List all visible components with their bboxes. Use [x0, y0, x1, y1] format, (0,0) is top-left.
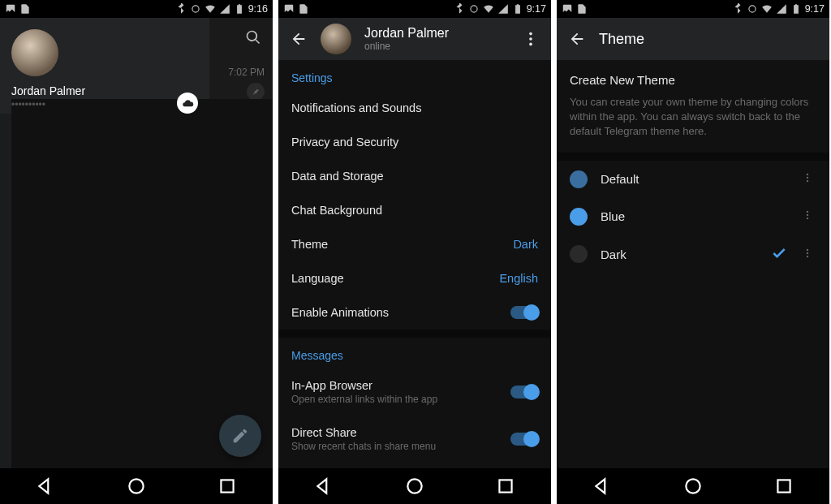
create-theme-button[interactable]: Create New Theme [557, 60, 829, 95]
back-nav-button[interactable] [592, 476, 613, 497]
svg-point-8 [807, 177, 808, 179]
theme-option-label: Default [601, 172, 639, 186]
toggle-switch[interactable] [510, 306, 538, 319]
user-phone-hidden: •••••••••• [11, 99, 273, 468]
svg-point-15 [807, 255, 808, 256]
svg-point-16 [686, 479, 700, 493]
svg-point-12 [807, 218, 808, 219]
image-icon [5, 3, 16, 15]
settings-header: Jordan Palmer online [278, 18, 551, 60]
setting-chat-background[interactable]: Chat Background [278, 193, 551, 227]
svg-point-4 [529, 43, 532, 46]
wifi-icon [483, 3, 494, 15]
bluetooth-icon [454, 3, 465, 15]
back-nav-button[interactable] [35, 476, 56, 497]
header-user-name: Jordan Palmer [364, 26, 509, 41]
theme-more-icon[interactable] [802, 209, 816, 223]
recent-nav-button[interactable] [773, 476, 794, 497]
theme-option-default[interactable]: Default [557, 161, 829, 198]
status-clock: 9:17 [805, 3, 825, 15]
back-nav-button[interactable] [313, 476, 334, 497]
svg-point-14 [807, 252, 808, 253]
back-button[interactable] [568, 30, 586, 48]
bluetooth-icon [175, 3, 187, 15]
setting-theme[interactable]: Theme Dark [278, 227, 551, 261]
signal-icon [497, 3, 509, 15]
pin-icon [247, 83, 265, 101]
navigation-drawer: Jordan Palmer •••••••••• New Group New S… [0, 18, 209, 468]
setting-stickers[interactable]: Stickers 22 [278, 463, 551, 468]
theme-header: Theme [557, 18, 829, 60]
page-title: Theme [599, 31, 644, 48]
android-nav-bar [0, 468, 273, 504]
alarm-icon [190, 3, 201, 15]
status-bar: 9:17 [557, 0, 829, 18]
theme-option-dark[interactable]: Dark [557, 235, 829, 274]
avatar[interactable] [11, 29, 58, 76]
svg-point-10 [807, 211, 808, 213]
status-clock: 9:17 [527, 3, 546, 15]
search-icon[interactable] [245, 29, 261, 45]
svg-point-13 [807, 248, 808, 250]
svg-point-7 [807, 174, 808, 175]
more-options-button[interactable] [522, 30, 540, 48]
back-button[interactable] [290, 30, 308, 48]
android-nav-bar [557, 468, 829, 504]
saved-messages-button[interactable] [177, 93, 198, 114]
svg-point-0 [129, 479, 143, 493]
signal-icon [776, 3, 787, 15]
wifi-icon [205, 3, 216, 15]
theme-option-blue[interactable]: Blue [557, 198, 829, 235]
svg-point-9 [807, 180, 808, 182]
setting-language-value: English [499, 272, 538, 285]
svg-rect-1 [221, 480, 233, 492]
theme-color-dot [570, 170, 588, 188]
setting-in-app-browser[interactable]: In-App Browser Open external links withi… [278, 368, 551, 416]
wifi-icon [761, 3, 773, 15]
chat-time: 7:02 PM [212, 67, 265, 78]
battery-icon [234, 3, 245, 15]
setting-theme-value: Dark [513, 238, 538, 251]
check-icon [771, 245, 789, 264]
svg-point-5 [407, 479, 421, 493]
toggle-switch[interactable] [510, 433, 538, 446]
home-nav-button[interactable] [404, 476, 425, 497]
bluetooth-icon [732, 3, 743, 15]
setting-direct-share[interactable]: Direct Share Show recent chats in share … [278, 416, 551, 463]
avatar[interactable] [321, 24, 351, 54]
home-nav-button[interactable] [682, 476, 704, 497]
theme-option-label: Dark [601, 248, 626, 261]
section-title-messages: Messages [278, 338, 551, 368]
setting-language[interactable]: Language English [278, 261, 551, 295]
status-bar: 9:17 [278, 0, 551, 18]
theme-more-icon[interactable] [802, 248, 816, 261]
setting-privacy[interactable]: Privacy and Security [278, 125, 551, 159]
drawer-header: Jordan Palmer •••••••••• [0, 18, 209, 114]
svg-rect-17 [777, 480, 790, 492]
android-nav-bar [278, 468, 551, 504]
note-icon [576, 3, 588, 15]
theme-color-dot [570, 245, 588, 263]
battery-icon [512, 3, 523, 15]
section-title-settings: Settings [278, 60, 551, 91]
home-nav-button[interactable] [126, 476, 147, 497]
recent-nav-button[interactable] [217, 476, 238, 497]
status-clock: 9:16 [248, 3, 268, 15]
recent-nav-button[interactable] [495, 476, 516, 497]
setting-notifications[interactable]: Notifications and Sounds [278, 91, 551, 125]
svg-point-11 [807, 214, 808, 216]
image-icon [283, 3, 295, 15]
toggle-switch[interactable] [510, 386, 538, 398]
compose-fab[interactable] [219, 415, 261, 457]
image-icon [562, 3, 573, 15]
theme-option-label: Blue [601, 209, 625, 223]
user-name: Jordan Palmer [11, 84, 198, 97]
setting-enable-animations[interactable]: Enable Animations [278, 295, 551, 330]
battery-icon [790, 3, 802, 15]
svg-point-2 [529, 32, 532, 36]
note-icon [19, 3, 31, 15]
theme-more-icon[interactable] [802, 172, 816, 186]
note-icon [298, 3, 309, 15]
setting-data-storage[interactable]: Data and Storage [278, 159, 551, 193]
theme-color-dot [570, 208, 588, 226]
